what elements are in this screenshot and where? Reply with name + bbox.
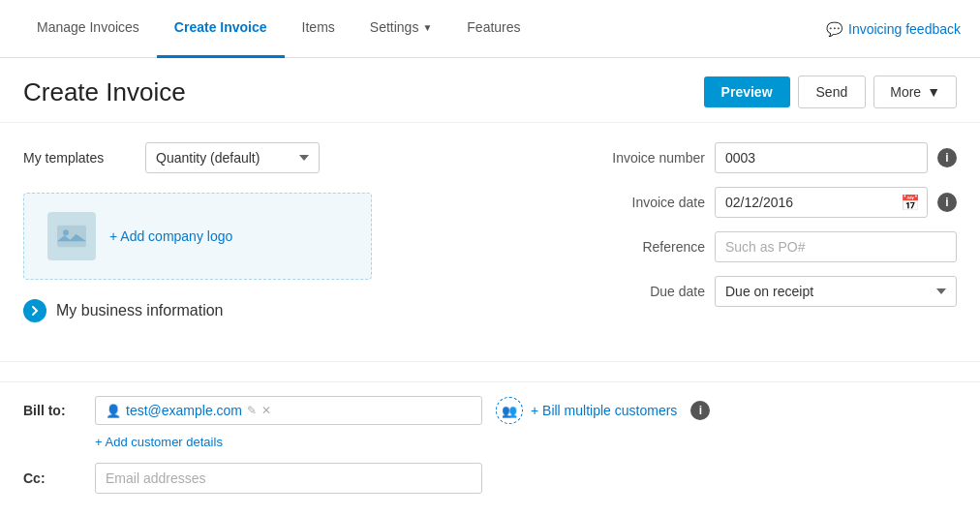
nav-item-manage-invoices[interactable]: Manage Invoices: [19, 0, 157, 58]
nav-item-items[interactable]: Items: [285, 0, 352, 58]
email-tag: 👤 test@example.com ✎ ✕: [106, 403, 271, 418]
user-add-icon: 👥: [502, 404, 517, 418]
feedback-label: Invoicing feedback: [848, 21, 961, 37]
cc-input[interactable]: [95, 463, 482, 494]
right-panel: Invoice number i Invoice date 📅 i Refere…: [589, 142, 957, 332]
templates-select[interactable]: Quantity (default) Simple Hours: [145, 142, 320, 173]
logo-upload-box[interactable]: + Add company logo: [23, 193, 372, 280]
svg-rect-0: [57, 226, 86, 248]
bill-multiple-button[interactable]: 👥 + Bill multiple customers: [496, 397, 677, 424]
page-title: Create Invoice: [23, 77, 704, 107]
bill-info-icon[interactable]: i: [690, 401, 710, 420]
reference-row: Reference: [589, 231, 957, 262]
add-customer-link[interactable]: + Add customer details: [95, 435, 957, 449]
invoice-date-info-icon[interactable]: i: [937, 193, 957, 212]
chat-icon: 💬: [826, 21, 842, 37]
main-content: My templates Quantity (default) Simple H…: [0, 123, 980, 351]
nav-item-create-invoice[interactable]: Create Invoice: [157, 0, 285, 58]
cc-row: Cc:: [23, 463, 957, 494]
add-multiple-icon: 👥: [496, 397, 523, 424]
top-nav: Manage Invoices Create Invoice Items Set…: [0, 0, 980, 58]
page-header: Create Invoice Preview Send More ▼: [0, 58, 980, 123]
nav-label-features: Features: [467, 19, 520, 35]
templates-row: My templates Quantity (default) Simple H…: [23, 142, 560, 173]
due-date-row: Due date Due on receipt Net 15 Net 30 Ne…: [589, 276, 957, 307]
invoice-number-input[interactable]: [715, 142, 928, 173]
nav-item-settings[interactable]: Settings ▼: [352, 0, 450, 58]
bill-to-row: Bill to: 👤 test@example.com ✎ ✕ 👥 + Bill…: [23, 396, 957, 425]
chevron-right-icon: [29, 305, 41, 317]
chevron-down-icon: ▼: [927, 84, 940, 100]
cc-label: Cc:: [23, 470, 81, 486]
invoice-date-label: Invoice date: [589, 195, 705, 210]
image-icon: [57, 222, 86, 251]
preview-button[interactable]: Preview: [704, 76, 790, 107]
more-button-label: More: [890, 84, 921, 100]
left-panel: My templates Quantity (default) Simple H…: [23, 142, 589, 332]
invoice-number-row: Invoice number i: [589, 142, 957, 173]
user-icon: 👤: [106, 404, 121, 418]
bill-to-label: Bill to:: [23, 403, 81, 418]
chevron-down-icon: ▼: [422, 22, 432, 33]
invoice-date-input[interactable]: [715, 187, 928, 218]
send-button[interactable]: Send: [798, 76, 867, 108]
bill-section: Bill to: 👤 test@example.com ✎ ✕ 👥 + Bill…: [0, 381, 980, 507]
remove-icon[interactable]: ✕: [261, 404, 271, 417]
business-info-label: My business information: [56, 302, 224, 319]
nav-label-create-invoice: Create Invoice: [174, 19, 267, 35]
svg-point-1: [63, 229, 69, 235]
nav-label-items: Items: [302, 19, 335, 35]
nav-feedback[interactable]: 💬 Invoicing feedback: [826, 21, 961, 37]
logo-placeholder-icon: [47, 212, 96, 260]
invoice-date-row: Invoice date 📅 i: [589, 187, 957, 218]
email-tag-input[interactable]: 👤 test@example.com ✎ ✕: [95, 396, 482, 425]
due-date-label: Due date: [589, 284, 705, 299]
more-button[interactable]: More ▼: [873, 76, 957, 108]
invoice-number-info-icon[interactable]: i: [937, 148, 957, 167]
business-info-row: My business information: [23, 299, 560, 322]
due-date-select[interactable]: Due on receipt Net 15 Net 30 Net 60 Cust…: [715, 276, 957, 307]
reference-input[interactable]: [715, 231, 957, 262]
add-logo-text: + Add company logo: [109, 228, 232, 244]
nav-label-manage-invoices: Manage Invoices: [37, 19, 139, 35]
business-info-expand-button[interactable]: [23, 299, 46, 322]
nav-item-features[interactable]: Features: [449, 0, 537, 58]
nav-label-settings: Settings: [370, 19, 419, 35]
bill-to-email: test@example.com: [126, 403, 242, 418]
calendar-icon[interactable]: 📅: [901, 194, 920, 212]
invoice-date-input-wrapper: 📅: [715, 187, 928, 218]
templates-label: My templates: [23, 150, 130, 166]
invoice-number-label: Invoice number: [589, 150, 705, 166]
section-divider: [0, 361, 980, 362]
reference-label: Reference: [589, 239, 705, 255]
bill-multiple-label: + Bill multiple customers: [531, 403, 677, 418]
header-actions: Preview Send More ▼: [704, 76, 957, 108]
edit-icon[interactable]: ✎: [247, 404, 257, 417]
